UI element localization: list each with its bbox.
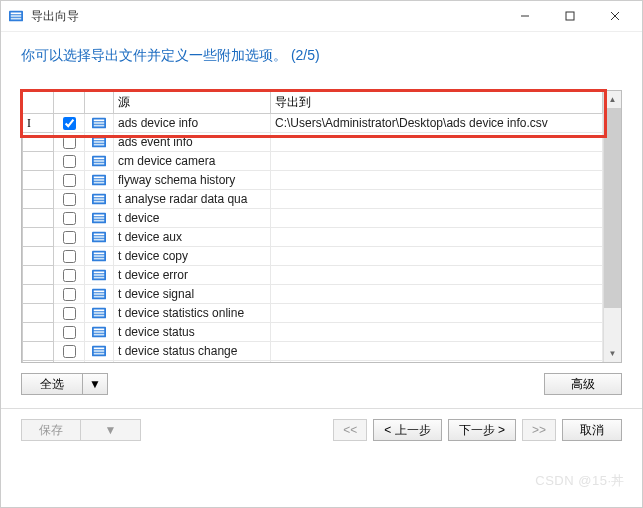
select-all-dropdown[interactable]: ▼ xyxy=(83,373,108,395)
destination-cell[interactable] xyxy=(271,247,603,266)
table-row[interactable]: flyway schema history xyxy=(23,171,603,190)
row-checkbox-cell[interactable] xyxy=(54,285,85,304)
next-button[interactable]: 下一步 > xyxy=(448,419,516,441)
save-button[interactable]: 保存 xyxy=(21,419,81,441)
prev-button[interactable]: < 上一步 xyxy=(373,419,441,441)
row-checkbox[interactable] xyxy=(63,345,76,358)
svg-rect-35 xyxy=(94,239,105,241)
source-name-cell[interactable]: t analyse radar data qua xyxy=(114,190,271,209)
table-icon xyxy=(85,133,114,152)
save-dropdown[interactable]: ▼ xyxy=(81,419,141,441)
row-checkbox-cell[interactable] xyxy=(54,247,85,266)
destination-cell[interactable] xyxy=(271,361,603,363)
row-checkbox[interactable] xyxy=(63,155,76,168)
row-checkbox-cell[interactable] xyxy=(54,114,85,133)
table-row[interactable]: t device error xyxy=(23,266,603,285)
destination-cell[interactable] xyxy=(271,228,603,247)
source-name-cell[interactable]: ads device info xyxy=(114,114,271,133)
table-row[interactable]: t device aux xyxy=(23,228,603,247)
header-source[interactable]: 源 xyxy=(114,91,271,114)
row-checkbox[interactable] xyxy=(63,269,76,282)
destination-cell[interactable] xyxy=(271,323,603,342)
table-row[interactable]: t device status xyxy=(23,323,603,342)
destination-cell[interactable] xyxy=(271,171,603,190)
source-name-cell[interactable]: t device statistics online xyxy=(114,304,271,323)
row-checkbox-cell[interactable] xyxy=(54,342,85,361)
row-checkbox[interactable] xyxy=(63,136,76,149)
table-icon xyxy=(85,266,114,285)
select-all-button[interactable]: 全选 xyxy=(21,373,83,395)
source-name-cell[interactable]: flyway schema history xyxy=(114,171,271,190)
row-checkbox-cell[interactable] xyxy=(54,152,85,171)
row-checkbox[interactable] xyxy=(63,231,76,244)
source-name-cell[interactable]: ads event info xyxy=(114,133,271,152)
source-name-cell[interactable]: t device status xyxy=(114,323,271,342)
first-button[interactable]: << xyxy=(333,419,367,441)
advanced-button[interactable]: 高级 xyxy=(544,373,622,395)
row-checkbox[interactable] xyxy=(63,193,76,206)
destination-cell[interactable] xyxy=(271,304,603,323)
source-name-cell[interactable]: t device signal xyxy=(114,285,271,304)
table-row[interactable]: t device signal xyxy=(23,285,603,304)
row-checkbox[interactable] xyxy=(63,288,76,301)
cancel-button[interactable]: 取消 xyxy=(562,419,622,441)
table-row[interactable]: t device status life xyxy=(23,361,603,363)
row-checkbox-cell[interactable] xyxy=(54,323,85,342)
row-gutter xyxy=(23,133,54,152)
close-button[interactable] xyxy=(592,2,637,30)
source-name-cell[interactable]: t device xyxy=(114,209,271,228)
table-row[interactable]: t device xyxy=(23,209,603,228)
destination-cell[interactable] xyxy=(271,133,603,152)
row-gutter xyxy=(23,171,54,190)
table-row[interactable]: ads event info xyxy=(23,133,603,152)
row-checkbox-cell[interactable] xyxy=(54,171,85,190)
source-grid[interactable]: 源 导出到 Iads device infoC:\Users\Administr… xyxy=(22,91,603,362)
source-name-cell[interactable]: t device aux xyxy=(114,228,271,247)
source-name-cell[interactable]: t device status life xyxy=(114,361,271,363)
row-checkbox-cell[interactable] xyxy=(54,133,85,152)
destination-cell[interactable] xyxy=(271,342,603,361)
row-checkbox-cell[interactable] xyxy=(54,209,85,228)
table-row[interactable]: t analyse radar data qua xyxy=(23,190,603,209)
destination-cell[interactable]: C:\Users\Administrator\Desktop\ads devic… xyxy=(271,114,603,133)
row-checkbox-cell[interactable] xyxy=(54,266,85,285)
vertical-scrollbar[interactable]: ▲ ▼ xyxy=(603,91,621,362)
scroll-track[interactable] xyxy=(604,108,621,345)
table-row[interactable]: t device statistics online xyxy=(23,304,603,323)
destination-cell[interactable] xyxy=(271,190,603,209)
scroll-up-button[interactable]: ▲ xyxy=(604,91,621,108)
minimize-button[interactable] xyxy=(502,2,547,30)
last-button[interactable]: >> xyxy=(522,419,556,441)
header-destination[interactable]: 导出到 xyxy=(271,91,603,114)
scroll-thumb[interactable] xyxy=(604,108,621,308)
source-name-cell[interactable]: t device error xyxy=(114,266,271,285)
source-name-cell[interactable]: t device status change xyxy=(114,342,271,361)
svg-rect-26 xyxy=(94,199,105,201)
table-row[interactable]: Iads device infoC:\Users\Administrator\D… xyxy=(23,114,603,133)
row-checkbox-cell[interactable] xyxy=(54,228,85,247)
maximize-button[interactable] xyxy=(547,2,592,30)
row-checkbox-cell[interactable] xyxy=(54,304,85,323)
row-checkbox-cell[interactable] xyxy=(54,361,85,363)
row-checkbox[interactable] xyxy=(63,117,76,130)
row-checkbox[interactable] xyxy=(63,250,76,263)
svg-rect-22 xyxy=(94,180,105,182)
row-checkbox[interactable] xyxy=(63,326,76,339)
table-icon xyxy=(85,304,114,323)
source-name-cell[interactable]: t device copy xyxy=(114,247,271,266)
destination-cell[interactable] xyxy=(271,209,603,228)
row-checkbox[interactable] xyxy=(63,212,76,225)
table-row[interactable]: cm device camera xyxy=(23,152,603,171)
scroll-down-button[interactable]: ▼ xyxy=(604,345,621,362)
svg-rect-57 xyxy=(94,348,105,350)
row-checkbox-cell[interactable] xyxy=(54,190,85,209)
destination-cell[interactable] xyxy=(271,266,603,285)
table-row[interactable]: t device copy xyxy=(23,247,603,266)
destination-cell[interactable] xyxy=(271,285,603,304)
table-row[interactable]: t device status change xyxy=(23,342,603,361)
row-checkbox[interactable] xyxy=(63,174,76,187)
source-name-cell[interactable]: cm device camera xyxy=(114,152,271,171)
destination-cell[interactable] xyxy=(271,152,603,171)
table-icon xyxy=(85,209,114,228)
row-checkbox[interactable] xyxy=(63,307,76,320)
